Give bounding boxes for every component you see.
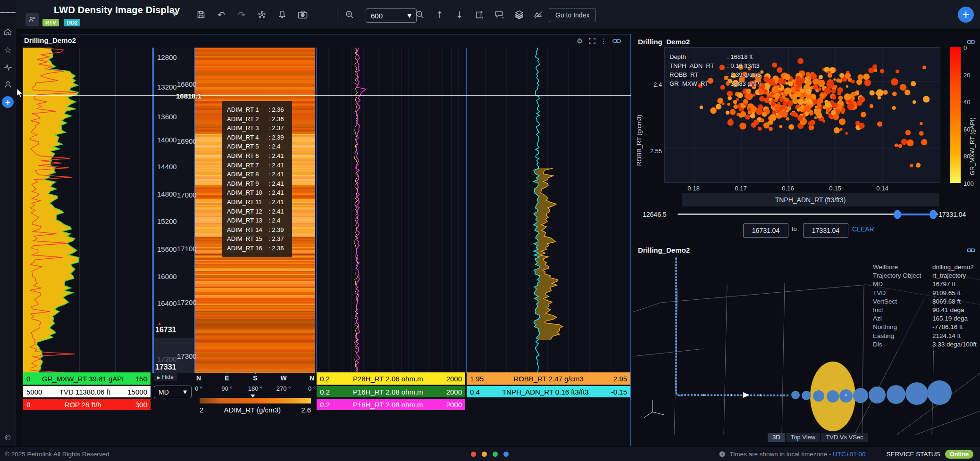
slider-handle-left[interactable] <box>894 210 901 219</box>
adim-tooltip-row: ADIM_RT 1: 2.36 <box>227 105 287 115</box>
view-tab-tvd-vs-vsec[interactable]: TVD Vs VSec <box>821 433 868 442</box>
density-neutron-track-plot[interactable] <box>467 48 630 373</box>
info-value: drilling_demo2 <box>932 263 980 272</box>
adim-tooltip-value: : 2.41 <box>268 151 284 161</box>
pager-dot[interactable] <box>493 452 498 457</box>
adim-tooltip-row: ADIM_RT 4: 2.39 <box>227 133 287 142</box>
undo-icon[interactable]: ↶ <box>214 8 228 22</box>
crossplot-x-tick: 0.14 <box>876 185 888 192</box>
crossplot-colorbar-tick: 80 <box>963 153 970 160</box>
gr-rop-track-plot[interactable] <box>23 48 151 373</box>
go-to-index-button[interactable]: Go to Index <box>549 8 596 22</box>
panel-link-icon[interactable] <box>966 246 976 255</box>
screenshot-camera-icon[interactable] <box>295 8 310 22</box>
zoom-out-icon[interactable] <box>413 8 427 22</box>
crossplot-tooltip-label: ROBB_RT <box>670 70 727 79</box>
notifications-bell-icon[interactable] <box>275 8 289 22</box>
scroll-up-icon[interactable]: ↑ <box>433 8 447 22</box>
crossplot-tooltip-value: : 2.39 g/cm3 <box>727 70 761 79</box>
toolbar-divider <box>337 8 337 21</box>
compass-tick <box>213 371 213 373</box>
compass-tick <box>284 371 284 374</box>
copyright-icon[interactable]: © <box>0 431 16 445</box>
crossplot-area[interactable]: Depth: 16818 ftTNPH_ADN_RT: 0.16 ft3/ft3… <box>664 47 940 183</box>
users-group-icon[interactable] <box>25 13 39 26</box>
view-tab-top-view[interactable]: Top View <box>786 433 821 442</box>
slider-handle-right[interactable] <box>930 210 937 219</box>
home-icon[interactable] <box>0 25 16 39</box>
index-type-select[interactable]: MD▼ <box>154 386 192 398</box>
add-page-icon[interactable] <box>472 8 486 22</box>
layers-icon[interactable] <box>512 8 526 22</box>
hide-track-button[interactable]: ▶ Hide <box>154 373 177 381</box>
compass-tick <box>255 371 256 374</box>
curve-scale-row[interactable]: 1.95ROBB_RT 2.47 g/cm32.95 <box>467 372 630 385</box>
wellbore-info-row: Trajectory Objectrt_trajectory <box>873 272 980 280</box>
hide-image-icon[interactable] <box>531 8 545 22</box>
scroll-down-icon[interactable]: ↓ <box>452 8 467 22</box>
md-depth-label: 17000 <box>177 191 197 199</box>
range-from-input[interactable] <box>743 223 788 238</box>
curve-scale-row[interactable]: 0ROP 26 ft/h300 <box>23 399 151 410</box>
curve-scale-row[interactable]: 0.2P28H_RT 2.06 ohm.m2000 <box>317 372 465 385</box>
crossplot-tooltip: Depth: 16818 ftTNPH_ADN_RT: 0.16 ft3/ft3… <box>670 52 761 88</box>
menu-icon[interactable] <box>0 6 16 20</box>
app-root: ☆ + © LWD Density Image Display RTV DD2 … <box>0 0 980 461</box>
annotation-comment-icon[interactable] <box>492 8 506 22</box>
add-new-button[interactable]: + <box>958 7 974 23</box>
add-panel-button[interactable]: + <box>2 96 14 108</box>
adim-tooltip-value: : 2.36 <box>268 115 284 124</box>
save-icon[interactable] <box>194 8 208 22</box>
adim-tooltip-value: : 2.41 <box>268 207 284 216</box>
crossplot-y-tick: 2.4 <box>650 81 662 88</box>
crossplot-y-tick: 2.55 <box>650 148 662 155</box>
compass-tick <box>312 371 312 374</box>
panel-link-icon[interactable] <box>966 38 976 46</box>
panel-link-icon[interactable] <box>611 37 622 45</box>
scale-max: 2.95 <box>613 375 627 383</box>
view-tab-3d[interactable]: 3D <box>768 433 785 442</box>
pager-dot[interactable] <box>471 452 476 457</box>
adim-tooltip-label: ADIM_RT 11 <box>227 198 268 207</box>
adim-tooltip-label: ADIM_RT 7 <box>227 161 268 170</box>
curve-scale-row[interactable]: 5000TVD 11380.06 ft15000 <box>23 386 151 397</box>
compass-degree-label: 0 ° <box>308 385 316 392</box>
crossplot-tooltip-row: Depth: 16818 ft <box>670 52 761 61</box>
scale-label: ROP 26 ft/h <box>30 401 135 409</box>
crosshair-depth-label: 16818.1 <box>176 92 201 100</box>
info-label: Northing <box>873 323 932 331</box>
resistivity-track-plot[interactable] <box>317 48 465 373</box>
panel-expand-icon[interactable] <box>587 37 597 45</box>
adim-tooltip-row: ADIM_RT 10: 2.41 <box>227 188 287 198</box>
zoom-level-select[interactable]: 600▼ <box>366 8 417 23</box>
redo-icon[interactable]: ↷ <box>235 8 249 22</box>
pager-dot[interactable] <box>482 452 487 457</box>
zoom-in-icon[interactable] <box>343 8 357 22</box>
clear-range-button[interactable]: CLEAR <box>852 225 874 233</box>
adim-scale-row: 2 ADIM_RT (g/cm3) 2.6 <box>200 406 311 414</box>
curve-scale-row[interactable]: 0.2P16H_RT 2.08 ohm.m2000 <box>317 386 465 397</box>
panel-settings-gear-icon[interactable]: ⚙ <box>575 37 585 45</box>
adim-tooltip-row: ADIM_RT 12: 2.41 <box>227 207 287 216</box>
wellbore-info-row: Easting2124.14 ft <box>873 332 980 340</box>
crossplot-x-axis-label: TNPH_ADN_RT (ft3/ft3) <box>682 193 939 206</box>
info-value: 90.41 dega <box>932 306 980 314</box>
curve-scale-row[interactable]: 0.2P16H_RT 2.08 ohm.m2000 <box>317 399 465 410</box>
range-to-input[interactable] <box>803 223 848 238</box>
slider-max-label: 17331.04 <box>938 211 966 218</box>
title-dropdown-caret[interactable]: ▼ <box>172 10 177 17</box>
crossplot-tooltip-row: ROBB_RT: 2.39 g/cm3 <box>670 70 761 79</box>
curve-scale-row[interactable]: 0.4TNPH_ADN_RT 0.16 ft3/ft3-0.15 <box>467 386 630 397</box>
adim-tooltip-label: ADIM_RT 15 <box>227 234 268 244</box>
user-icon[interactable] <box>0 77 16 91</box>
curve-scale-row[interactable]: 0GR_MXW_RT 39.81 gAPI150 <box>23 372 151 385</box>
cluster-icon[interactable] <box>255 8 269 22</box>
crossplot-tooltip-label: TNPH_ADN_RT <box>670 61 727 70</box>
panel-more-kebab-icon[interactable]: ⋮ <box>598 37 609 45</box>
favorites-star-icon[interactable]: ☆ <box>0 42 16 57</box>
range-faded-label: 17200 <box>157 355 177 363</box>
pager-dot[interactable] <box>503 452 509 457</box>
activity-pulse-icon[interactable] <box>0 60 16 74</box>
crossplot-y-axis-label: ROBB_RT (g/cm3) <box>636 76 643 166</box>
info-label: Dls <box>873 340 932 349</box>
